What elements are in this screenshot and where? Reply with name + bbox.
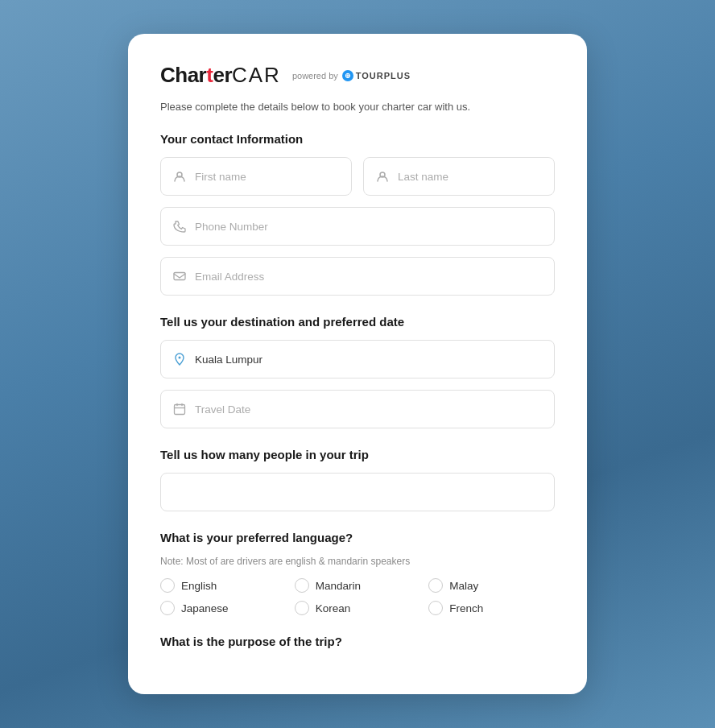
purpose-section-title: What is the purpose of the trip? [160, 635, 555, 648]
destination-section-title: Tell us your destination and preferred d… [160, 315, 555, 329]
travel-date-group [160, 390, 555, 428]
language-option-mandarin[interactable]: Mandarin [295, 578, 421, 593]
email-group [160, 257, 555, 296]
radio-english [160, 578, 175, 593]
language-option-japanese[interactable]: Japanese [160, 601, 287, 615]
location-icon [172, 352, 187, 366]
form-subtitle: Please complete the details below to boo… [160, 101, 555, 113]
travel-date-input[interactable] [195, 403, 543, 416]
travel-date-wrapper [160, 390, 555, 428]
destination-value: Kuala Lumpur [195, 354, 262, 366]
language-option-korean[interactable]: Korean [295, 601, 421, 615]
phone-group [160, 207, 555, 246]
svg-rect-2 [174, 273, 185, 280]
destination-wrapper[interactable]: Kuala Lumpur [160, 340, 555, 378]
charter-text: Charter [160, 63, 232, 88]
first-name-input[interactable] [195, 171, 340, 183]
phone-wrapper [160, 207, 555, 246]
email-wrapper [160, 257, 555, 296]
tourplus-text: TOURPLUS [356, 71, 411, 81]
email-input[interactable] [195, 271, 543, 283]
name-row [160, 157, 555, 196]
contact-section-title: Your contact Information [160, 132, 555, 146]
phone-input[interactable] [195, 221, 543, 233]
language-options-grid: English Mandarin Malay Japanese Korean F… [160, 578, 555, 615]
last-name-icon [375, 169, 390, 184]
last-name-wrapper [363, 157, 555, 196]
radio-mandarin [295, 578, 309, 593]
car-text: CAR [232, 63, 281, 88]
people-input[interactable] [160, 473, 555, 511]
svg-rect-4 [175, 405, 185, 415]
first-name-wrapper [160, 157, 352, 196]
radio-french [428, 601, 443, 615]
language-option-french[interactable]: French [428, 601, 555, 615]
svg-point-3 [179, 357, 181, 359]
destination-group: Kuala Lumpur [160, 340, 555, 378]
phone-icon [172, 219, 187, 234]
radio-japanese [160, 601, 175, 615]
language-option-malay[interactable]: Malay [428, 578, 555, 593]
last-name-input[interactable] [398, 171, 543, 183]
people-section-title: Tell us how many people in your trip [160, 448, 555, 461]
language-note: Note: Most of are drivers are english & … [160, 556, 555, 567]
tourplus-logo: ⊕ TOURPLUS [342, 70, 411, 81]
booking-form-card: Charter CAR powered by ⊕ TOURPLUS Please… [128, 34, 587, 694]
powered-by-label: powered by ⊕ TOURPLUS [292, 70, 411, 81]
language-option-english[interactable]: English [160, 578, 287, 593]
charter-highlight: t [206, 63, 213, 87]
tourplus-icon: ⊕ [342, 70, 353, 81]
language-section-title: What is your preferred language? [160, 531, 555, 544]
radio-malay [428, 578, 443, 593]
radio-korean [295, 601, 309, 615]
calendar-icon [172, 402, 187, 416]
first-name-icon [172, 169, 187, 184]
email-icon [172, 269, 187, 283]
language-section: What is your preferred language? Note: M… [160, 531, 555, 615]
logo-row: Charter CAR powered by ⊕ TOURPLUS [160, 63, 555, 88]
people-group [160, 473, 555, 511]
charter-car-logo: Charter CAR [160, 63, 281, 88]
